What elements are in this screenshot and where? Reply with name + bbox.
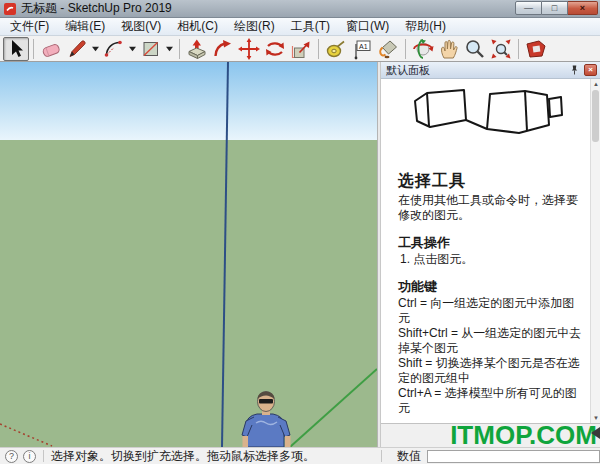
- menu-camera[interactable]: 相机(C): [169, 18, 226, 35]
- instructor-modifier-line: Ctrl+A = 选择模型中所有可见的图元: [398, 386, 584, 416]
- eraser-tool-button[interactable]: [38, 37, 64, 61]
- minimize-button[interactable]: —: [515, 1, 542, 15]
- panel-title: 默认面板: [386, 63, 568, 78]
- instructor-modifier-line: Shift = 切换选择某个图元是否在选定的图元组中: [398, 356, 584, 386]
- instructor-operation-title: 工具操作: [398, 234, 584, 252]
- arc-tool-dropdown[interactable]: [127, 37, 138, 61]
- instructor-thumbnail: [397, 81, 577, 165]
- scale-figure-person: [238, 390, 300, 447]
- scroll-up-icon[interactable]: ▲: [591, 79, 600, 89]
- statusbar-separator: [43, 450, 44, 462]
- instructor-operation-step: 1. 点击图元。: [400, 252, 584, 267]
- measurements-input[interactable]: [427, 450, 600, 463]
- tape-measure-icon: [325, 38, 347, 60]
- svg-text:A1: A1: [359, 42, 368, 49]
- text-label-icon: A1: [351, 38, 373, 60]
- mouse-cursor: [591, 427, 600, 439]
- arc-icon: [103, 38, 125, 60]
- move-icon: [238, 38, 260, 60]
- follow-me-tool-button[interactable]: [210, 37, 236, 61]
- toolbar-separator: [318, 39, 319, 59]
- maximize-button[interactable]: □: [542, 1, 568, 15]
- tool-bar: A1: [0, 36, 600, 62]
- select-tool-button[interactable]: [3, 37, 29, 61]
- menu-edit[interactable]: 编辑(E): [57, 18, 113, 35]
- measurements-area: 数值: [374, 448, 600, 464]
- magnifier-icon: [464, 38, 486, 60]
- panel-header[interactable]: 默认面板 ×: [381, 62, 600, 79]
- paint-bucket-icon: [377, 38, 399, 60]
- select-arrow-icon: [5, 38, 27, 60]
- model-viewport[interactable]: [0, 62, 377, 447]
- menu-tools[interactable]: 工具(T): [283, 18, 338, 35]
- follow-me-icon: [212, 38, 234, 60]
- toolbar-separator: [518, 39, 519, 59]
- clipped-red-tool-icon: [525, 38, 547, 60]
- orbit-tool-button[interactable]: [410, 37, 436, 61]
- rotate-icon: [264, 38, 286, 60]
- menu-view[interactable]: 视图(V): [113, 18, 169, 35]
- instructor-panel: 选择工具 在使用其他工具或命令时，选择要修改的图元。 工具操作 1. 点击图元。…: [381, 79, 600, 424]
- toolbar-separator: [405, 39, 406, 59]
- rectangle-icon: [140, 38, 162, 60]
- line-tool-dropdown[interactable]: [90, 37, 101, 61]
- rotate-tool-button[interactable]: [262, 37, 288, 61]
- menu-bar: 文件(F) 编辑(E) 视图(V) 相机(C) 绘图(R) 工具(T) 窗口(W…: [0, 18, 600, 36]
- chevron-down-icon: [128, 45, 137, 52]
- instructor-content: 选择工具 在使用其他工具或命令时，选择要修改的图元。 工具操作 1. 点击图元。…: [398, 171, 584, 424]
- sketchup-window: 无标题 - SketchUp Pro 2019 — □ × 文件(F) 编辑(E…: [0, 0, 600, 464]
- scale-icon: [290, 38, 312, 60]
- rectangle-tool-button[interactable]: [138, 37, 164, 61]
- zoom-tool-button[interactable]: [462, 37, 488, 61]
- menu-window[interactable]: 窗口(W): [338, 18, 397, 35]
- menu-draw[interactable]: 绘图(R): [226, 18, 283, 35]
- pencil-icon: [66, 38, 88, 60]
- instructor-tool-desc: 在使用其他工具或命令时，选择要修改的图元。: [398, 193, 584, 223]
- title-bar: 无标题 - SketchUp Pro 2019 — □ ×: [0, 0, 600, 18]
- panel-bottom-strip: [381, 424, 600, 447]
- scrollbar-thumb[interactable]: [592, 90, 599, 142]
- statusbar-separator: [381, 450, 382, 462]
- pin-icon[interactable]: [568, 64, 581, 77]
- window-controls: — □ ×: [515, 1, 598, 15]
- status-bar: ? i 选择对象。切换到扩充选择。拖动鼠标选择多项。 数值: [0, 447, 600, 464]
- close-button[interactable]: ×: [568, 1, 598, 15]
- orbit-icon: [412, 38, 434, 60]
- line-tool-button[interactable]: [64, 37, 90, 61]
- info-circle-icon[interactable]: i: [23, 450, 36, 463]
- panel-scrollbar[interactable]: ▲ ▼: [590, 79, 600, 423]
- window-title: 无标题 - SketchUp Pro 2019: [21, 0, 172, 17]
- move-tool-button[interactable]: [236, 37, 262, 61]
- instructor-modifier-title: 功能键: [398, 278, 584, 296]
- menu-file[interactable]: 文件(F): [2, 18, 57, 35]
- zoom-extents-icon: [490, 38, 512, 60]
- sketchup-logo-icon: [4, 3, 16, 15]
- toolbar-separator: [179, 39, 180, 59]
- pan-hand-icon: [438, 38, 460, 60]
- pan-tool-button[interactable]: [436, 37, 462, 61]
- default-tray-panel: 默认面板 ×: [381, 62, 600, 447]
- toolbar-separator: [33, 39, 34, 59]
- push-pull-icon: [186, 38, 208, 60]
- eraser-icon: [40, 38, 62, 60]
- drawing-axes: [0, 62, 377, 447]
- help-circle-icon[interactable]: ?: [5, 450, 18, 463]
- partial-tool-button[interactable]: [523, 37, 549, 61]
- main-area: 默认面板 ×: [0, 62, 600, 447]
- instructor-tool-title: 选择工具: [398, 171, 584, 192]
- panel-close-icon[interactable]: ×: [584, 64, 597, 76]
- scroll-down-icon[interactable]: ▼: [591, 413, 600, 423]
- tape-measure-tool-button[interactable]: [323, 37, 349, 61]
- chevron-down-icon: [165, 45, 174, 52]
- zoom-extents-tool-button[interactable]: [488, 37, 514, 61]
- menu-help[interactable]: 帮助(H): [397, 18, 454, 35]
- instructor-modifier-line: Shift+Ctrl = 从一组选定的图元中去掉某个图元: [398, 326, 584, 356]
- rectangle-tool-dropdown[interactable]: [164, 37, 175, 61]
- push-pull-tool-button[interactable]: [184, 37, 210, 61]
- paint-bucket-tool-button[interactable]: [375, 37, 401, 61]
- measurements-label: 数值: [397, 448, 421, 464]
- status-hint-text: 选择对象。切换到扩充选择。拖动鼠标选择多项。: [51, 448, 315, 464]
- scale-tool-button[interactable]: [288, 37, 314, 61]
- text-tool-button[interactable]: A1: [349, 37, 375, 61]
- arc-tool-button[interactable]: [101, 37, 127, 61]
